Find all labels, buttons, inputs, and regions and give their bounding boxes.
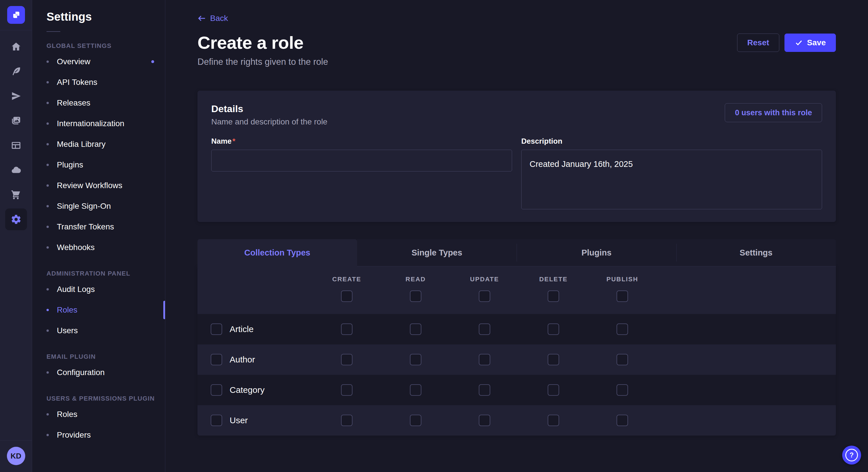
- checkbox-author-create[interactable]: [341, 354, 352, 365]
- sidebar-item-roles-up[interactable]: Roles: [32, 404, 165, 425]
- sidebar-item-overview[interactable]: Overview: [32, 51, 165, 72]
- page-header: Create a role Reset Save: [197, 32, 836, 53]
- details-card-header: Details Name and description of the role…: [211, 103, 822, 127]
- sidebar-item-internationalization[interactable]: Internationalization: [32, 113, 165, 134]
- checkbox-user-read[interactable]: [410, 415, 422, 426]
- sidebar-title-divider: [46, 31, 60, 32]
- cloud-icon[interactable]: [4, 158, 28, 182]
- checkbox-user-delete[interactable]: [548, 415, 559, 426]
- checkbox-category-select[interactable]: [211, 384, 222, 396]
- row-name-cell: Author: [197, 354, 312, 365]
- sidebar-item-users[interactable]: Users: [32, 320, 165, 341]
- checkbox-category-update[interactable]: [479, 384, 490, 396]
- paper-plane-glyph: [11, 91, 22, 102]
- sidebar-item-api-tokens[interactable]: API Tokens: [32, 72, 165, 93]
- home-icon[interactable]: [4, 34, 28, 59]
- checkbox-user-select[interactable]: [211, 415, 222, 426]
- checkbox-all-read[interactable]: [410, 291, 422, 302]
- help-button[interactable]: ?: [842, 446, 861, 465]
- marketplace-icon[interactable]: [4, 182, 28, 207]
- checkbox-author-delete[interactable]: [548, 354, 559, 365]
- cell: [450, 324, 519, 335]
- checkbox-article-read[interactable]: [410, 324, 422, 335]
- description-textarea[interactable]: Created January 16th, 2025: [521, 150, 822, 209]
- content-manager-icon[interactable]: [4, 133, 28, 158]
- sidebar-item-label: Providers: [57, 430, 91, 440]
- checkbox-article-create[interactable]: [341, 324, 352, 335]
- table-row-author: Author: [197, 344, 836, 375]
- checkbox-article-delete[interactable]: [548, 324, 559, 335]
- checkbox-category-read[interactable]: [410, 384, 422, 396]
- tab-collection-types[interactable]: Collection Types: [197, 239, 357, 266]
- sidebar-item-single-sign-on[interactable]: Single Sign-On: [32, 196, 165, 216]
- sidebar-item-releases[interactable]: Releases: [32, 93, 165, 113]
- sidebar-item-media-library[interactable]: Media Library: [32, 134, 165, 155]
- sidebar-item-providers[interactable]: Providers: [32, 425, 165, 445]
- sidebar-item-label: Transfer Tokens: [57, 222, 114, 231]
- checkbox-user-update[interactable]: [479, 415, 490, 426]
- back-link[interactable]: Back: [197, 14, 228, 23]
- feather-glyph: [11, 66, 22, 77]
- rail-bottom-divider: [0, 440, 32, 440]
- checkbox-author-select[interactable]: [211, 354, 222, 365]
- bullet-icon: [46, 288, 49, 291]
- settings-icon[interactable]: [5, 208, 27, 230]
- checkbox-all-update[interactable]: [479, 291, 490, 302]
- tab-settings[interactable]: Settings: [676, 239, 836, 266]
- checkbox-all-create[interactable]: [341, 291, 352, 302]
- cell: [450, 384, 519, 396]
- tab-single-types[interactable]: Single Types: [357, 239, 517, 266]
- sidebar-item-webhooks[interactable]: Webhooks: [32, 237, 165, 258]
- sidebar-item-roles-admin[interactable]: Roles: [32, 300, 165, 320]
- tab-plugins[interactable]: Plugins: [517, 239, 676, 266]
- checkbox-article-select[interactable]: [211, 324, 222, 335]
- checkbox-article-publish[interactable]: [617, 324, 628, 335]
- checkbox-category-create[interactable]: [341, 384, 352, 396]
- column-delete-label: DELETE: [539, 276, 568, 283]
- bullet-icon: [46, 371, 49, 374]
- sidebar-item-configuration[interactable]: Configuration: [32, 362, 165, 383]
- checkbox-article-update[interactable]: [479, 324, 490, 335]
- checkbox-category-publish[interactable]: [617, 384, 628, 396]
- checkbox-user-create[interactable]: [341, 415, 352, 426]
- reset-button[interactable]: Reset: [737, 34, 779, 52]
- checkbox-category-delete[interactable]: [548, 384, 559, 396]
- content-builder-icon[interactable]: [4, 59, 28, 84]
- sidebar-item-transfer-tokens[interactable]: Transfer Tokens: [32, 216, 165, 237]
- media-library-icon[interactable]: [4, 108, 28, 133]
- cell: [519, 354, 588, 365]
- checkbox-all-publish[interactable]: [617, 291, 628, 302]
- checkbox-user-publish[interactable]: [617, 415, 628, 426]
- reset-label: Reset: [747, 38, 769, 47]
- row-label: Category: [229, 385, 265, 395]
- name-input[interactable]: [211, 150, 512, 171]
- checkbox-author-publish[interactable]: [617, 354, 628, 365]
- tab-label: Settings: [740, 248, 772, 258]
- users-with-role-button[interactable]: 0 users with this role: [725, 103, 822, 122]
- section-label: USERS & PERMISSIONS PLUGIN: [46, 395, 165, 402]
- checkbox-author-read[interactable]: [410, 354, 422, 365]
- strapi-logo-icon[interactable]: [7, 6, 25, 24]
- sidebar-item-label: Audit Logs: [57, 285, 95, 294]
- sidebar-section-email-plugin: EMAIL PLUGIN Configuration: [32, 353, 165, 383]
- sidebar-item-label: API Tokens: [57, 78, 97, 87]
- bullet-icon: [46, 413, 49, 415]
- sidebar-item-label: Users: [57, 326, 78, 335]
- row-name-cell: Category: [197, 384, 312, 396]
- sidebar-item-audit-logs[interactable]: Audit Logs: [32, 279, 165, 300]
- cell: [381, 354, 450, 365]
- save-button[interactable]: Save: [784, 34, 836, 52]
- cell: [588, 354, 657, 365]
- user-avatar[interactable]: KD: [7, 447, 25, 465]
- table-row-user: User: [197, 405, 836, 436]
- page-subtitle: Define the rights given to the role: [197, 57, 836, 67]
- sidebar-item-plugins[interactable]: Plugins: [32, 155, 165, 175]
- checkbox-all-delete[interactable]: [548, 291, 559, 302]
- send-icon[interactable]: [4, 84, 28, 108]
- section-label: ADMINISTRATION PANEL: [46, 270, 165, 277]
- checkbox-author-update[interactable]: [479, 354, 490, 365]
- sidebar-item-review-workflows[interactable]: Review Workflows: [32, 175, 165, 196]
- sidebar-item-label: Plugins: [57, 160, 83, 169]
- cell: [450, 354, 519, 365]
- sidebar-item-label: Single Sign-On: [57, 202, 111, 211]
